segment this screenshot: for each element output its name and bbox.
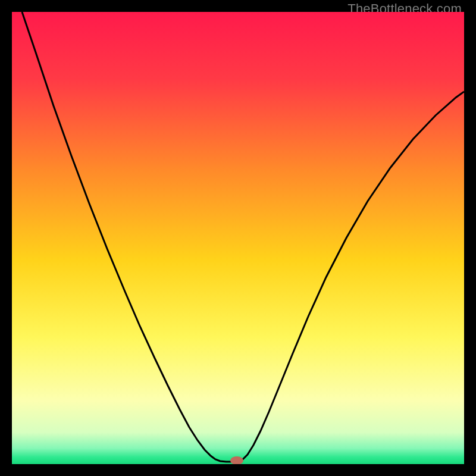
bottleneck-chart bbox=[12, 12, 464, 464]
chart-frame bbox=[12, 12, 464, 464]
chart-background bbox=[12, 12, 464, 464]
